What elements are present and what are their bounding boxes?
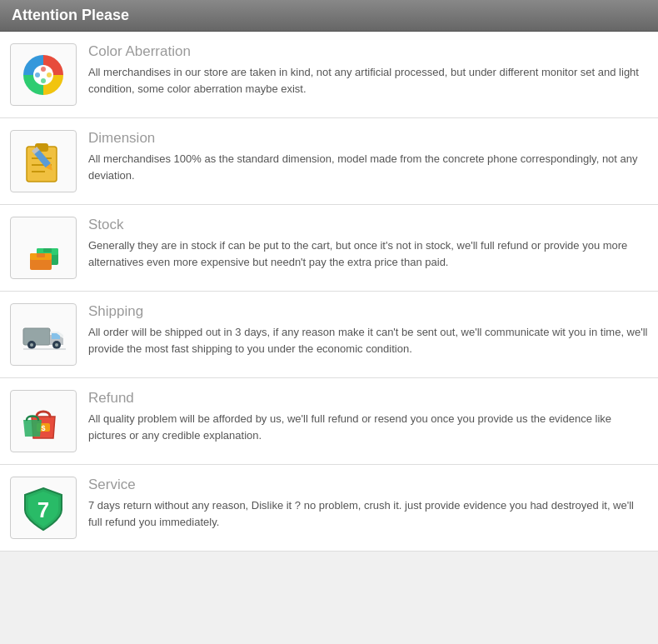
stock-content: Stock Generally they are in stock if can…: [88, 217, 648, 270]
svg-text:$: $: [41, 424, 45, 432]
refund-title: Refund: [88, 390, 648, 407]
page-header: Attention Please: [0, 0, 658, 32]
page-title: Attention Please: [12, 7, 129, 23]
svg-rect-17: [43, 248, 52, 252]
color-aberration-content: Color Aberration All merchandises in our…: [88, 43, 648, 97]
list-item: 7 Service 7 days return without any reas…: [0, 465, 658, 552]
main-content: Color Aberration All merchandises in our…: [0, 32, 658, 552]
dimension-title: Dimension: [88, 130, 648, 147]
svg-text:7: 7: [37, 497, 49, 522]
color-aberration-desc: All merchandises in our store are taken …: [88, 64, 648, 97]
refund-svg: $: [20, 398, 67, 445]
stock-icon: [10, 217, 77, 279]
svg-point-4: [41, 78, 46, 83]
service-desc: 7 days return without any reason, Dislik…: [88, 497, 648, 530]
list-item: Color Aberration All merchandises in our…: [0, 32, 658, 118]
shipping-icon: [10, 303, 77, 366]
list-item: Dimension All merchandises 100% as the s…: [0, 118, 658, 205]
dimension-icon: [10, 130, 77, 192]
shipping-title: Shipping: [88, 303, 648, 320]
svg-point-26: [55, 343, 58, 347]
svg-point-2: [41, 67, 46, 72]
dimension-content: Dimension All merchandises 100% as the s…: [88, 130, 648, 183]
service-title: Service: [88, 477, 648, 493]
svg-point-3: [47, 72, 52, 77]
service-svg: 7: [20, 485, 67, 532]
shipping-content: Shipping All order will be shipped out i…: [88, 303, 648, 357]
stock-title: Stock: [88, 217, 648, 233]
color-aberration-title: Color Aberration: [88, 43, 648, 60]
list-item: $ Refund All quality problem will be aff…: [0, 378, 658, 465]
shipping-svg: [20, 312, 67, 358]
color-icon: [20, 52, 67, 98]
service-content: Service 7 days return without any reason…: [88, 477, 648, 530]
stock-svg: [20, 225, 67, 272]
dimension-desc: All merchandises 100% as the standard di…: [88, 151, 648, 183]
svg-point-24: [30, 343, 33, 347]
list-item: Stock Generally they are in stock if can…: [0, 205, 658, 292]
svg-rect-21: [23, 328, 50, 345]
stock-desc: Generally they are in stock if can be pu…: [88, 237, 648, 270]
refund-desc: All quality problem will be afforded by …: [88, 411, 648, 443]
refund-icon: $: [10, 390, 77, 452]
list-item: Shipping All order will be shipped out i…: [0, 292, 658, 378]
service-icon: 7: [10, 477, 77, 539]
shipping-desc: All order will be shipped out in 3 days,…: [88, 324, 648, 357]
refund-content: Refund All quality problem will be affor…: [88, 390, 648, 443]
color-aberration-icon: [10, 43, 77, 106]
svg-point-5: [35, 72, 40, 77]
svg-rect-20: [37, 253, 45, 257]
dimension-svg: [20, 138, 67, 185]
